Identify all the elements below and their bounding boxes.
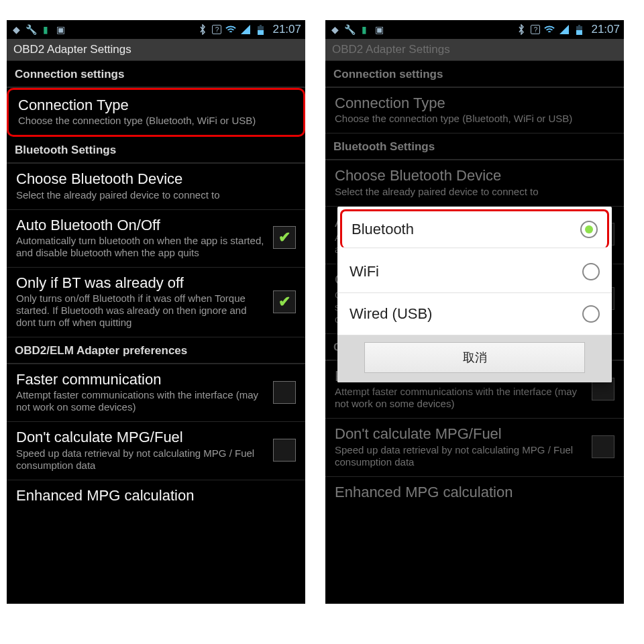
svg-rect-2 (260, 25, 262, 26)
gps-icon: ◆ (11, 24, 21, 35)
help-icon: ? (531, 25, 540, 34)
item-title: Choose Bluetooth Device (335, 167, 614, 184)
item-no-mpg[interactable]: Don't calculate MPG/Fuel Speed up data r… (325, 419, 624, 476)
item-no-mpg[interactable]: Don't calculate MPG/Fuel Speed up data r… (7, 422, 305, 480)
item-enhanced-mpg[interactable]: Enhanced MPG calculation (325, 477, 624, 508)
item-title: Enhanced MPG calculation (16, 487, 296, 504)
phone-right: ◆ 🔧 ▮ ▣ ? 21:07 OBD2 Adapter Settings Co… (325, 20, 624, 604)
option-label: Bluetooth (352, 221, 414, 238)
app-icon-2: ▮ (40, 24, 51, 35)
wifi-icon (544, 24, 555, 35)
item-only-if-bt-off[interactable]: Only if BT was already off Only turns on… (7, 268, 305, 337)
bluetooth-icon (197, 24, 208, 35)
dialog-option-wired[interactable]: Wired (USB) (337, 293, 612, 335)
item-title: Choose Bluetooth Device (16, 170, 296, 187)
clock: 21:07 (591, 23, 620, 36)
checkbox-no-mpg[interactable] (273, 439, 296, 462)
radio-wired[interactable] (582, 305, 600, 323)
picture-icon: ▣ (55, 24, 66, 35)
page-title: OBD2 Adapter Settings (7, 39, 305, 61)
item-title: Only if BT was already off (16, 274, 265, 291)
item-title: Enhanced MPG calculation (335, 484, 614, 500)
item-title: Don't calculate MPG/Fuel (16, 429, 265, 445)
item-connection-type[interactable]: Connection Type Choose the connection ty… (325, 88, 624, 133)
section-connection: Connection settings (325, 61, 624, 88)
item-choose-bluetooth[interactable]: Choose Bluetooth Device Select the alrea… (325, 160, 624, 206)
signal-icon (559, 24, 570, 35)
phone-left: ◆ 🔧 ▮ ▣ ? 21:07 OBD2 Adapter Settings Co… (7, 20, 305, 604)
item-subtitle: Select the already paired device to conn… (335, 186, 614, 198)
gps-icon: ◆ (329, 24, 340, 35)
item-subtitle: Automatically turn bluetooth on when the… (16, 235, 265, 259)
svg-rect-4 (576, 30, 582, 35)
app-icon: 🔧 (25, 24, 36, 35)
picture-icon: ▣ (374, 24, 384, 35)
item-enhanced-mpg[interactable]: Enhanced MPG calculation (7, 480, 305, 512)
dialog-option-wifi[interactable]: WiFi (337, 251, 612, 293)
item-auto-bluetooth[interactable]: Auto Bluetooth On/Off Automatically turn… (7, 210, 305, 268)
section-obd2elm: OBD2/ELM Adapter preferences (7, 337, 305, 364)
section-bluetooth: Bluetooth Settings (325, 133, 624, 160)
item-title: Faster communication (16, 371, 265, 388)
radio-bluetooth[interactable] (580, 221, 598, 238)
app-icon: 🔧 (344, 24, 355, 35)
status-bar: ◆ 🔧 ▮ ▣ ? 21:07 (7, 20, 305, 39)
battery-icon (574, 24, 584, 35)
checkbox-only-if-bt-off[interactable] (273, 290, 296, 313)
wifi-icon (225, 24, 236, 35)
item-title: Don't calculate MPG/Fuel (335, 425, 584, 442)
section-bluetooth: Bluetooth Settings (7, 137, 305, 164)
checkbox-faster-comm[interactable] (273, 381, 296, 404)
dialog-option-bluetooth[interactable]: Bluetooth (340, 209, 609, 248)
item-subtitle: Speed up data retrieval by not calculati… (335, 444, 584, 468)
cancel-button[interactable]: 取消 (364, 342, 585, 373)
page-title: OBD2 Adapter Settings (325, 39, 624, 61)
section-connection: Connection settings (7, 61, 305, 88)
status-bar: ◆ 🔧 ▮ ▣ ? 21:07 (325, 20, 624, 39)
item-subtitle: Choose the connection type (Bluetooth, W… (18, 115, 294, 127)
item-faster-comm[interactable]: Faster communication Attempt faster comm… (7, 364, 305, 422)
bluetooth-icon (516, 24, 527, 35)
clock: 21:07 (272, 23, 301, 36)
item-title: Auto Bluetooth On/Off (16, 217, 265, 233)
option-label: WiFi (350, 263, 379, 280)
option-label: Wired (USB) (350, 305, 432, 323)
item-subtitle: Select the already paired device to conn… (16, 189, 296, 201)
svg-rect-5 (578, 25, 580, 26)
item-connection-type[interactable]: Connection Type Choose the connection ty… (7, 88, 305, 137)
app-icon-2: ▮ (359, 24, 370, 35)
item-subtitle: Speed up data retrieval by not calculati… (16, 447, 265, 472)
item-subtitle: Choose the connection type (Bluetooth, W… (335, 113, 614, 125)
item-choose-bluetooth[interactable]: Choose Bluetooth Device Select the alrea… (7, 164, 305, 209)
item-subtitle: Attempt faster communications with the i… (16, 389, 265, 413)
checkbox-no-mpg[interactable] (592, 435, 614, 458)
checkbox-auto-bluetooth[interactable] (273, 226, 296, 249)
item-title: Connection Type (335, 95, 614, 111)
item-title: Connection Type (18, 97, 294, 113)
signal-icon (240, 24, 251, 35)
item-subtitle: Only turns on/off Bluetooth if it was of… (16, 292, 265, 329)
dialog-footer: 取消 (337, 335, 612, 382)
connection-type-dialog: Bluetooth WiFi Wired (USB) 取消 (337, 207, 612, 382)
svg-rect-1 (258, 30, 264, 35)
item-subtitle: Attempt faster communications with the i… (335, 386, 584, 410)
battery-icon (255, 24, 266, 35)
radio-wifi[interactable] (582, 263, 600, 280)
help-icon: ? (212, 25, 221, 34)
